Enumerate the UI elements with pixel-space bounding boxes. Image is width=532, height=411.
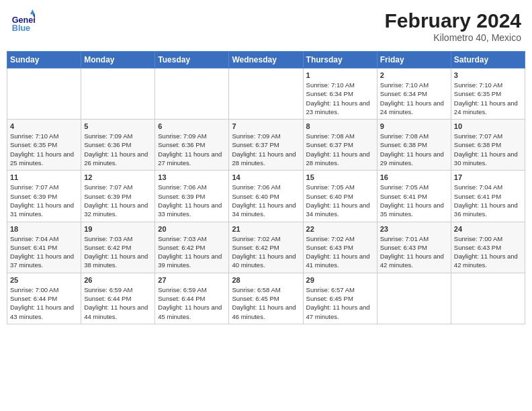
day-number: 20 (158, 225, 226, 233)
calendar-week-row: 1Sunrise: 7:10 AM Sunset: 6:34 PM Daylig… (7, 68, 525, 120)
day-number: 14 (232, 173, 300, 181)
day-number: 7 (232, 122, 300, 130)
day-info: Sunrise: 7:10 AM Sunset: 6:35 PM Dayligh… (10, 132, 78, 167)
day-info: Sunrise: 7:09 AM Sunset: 6:36 PM Dayligh… (158, 132, 226, 167)
day-number: 26 (84, 276, 152, 284)
day-info: Sunrise: 7:05 AM Sunset: 6:40 PM Dayligh… (306, 183, 374, 218)
day-number: 11 (10, 173, 78, 181)
calendar-day-cell: 12Sunrise: 7:07 AM Sunset: 6:39 PM Dayli… (81, 171, 155, 222)
day-number: 5 (84, 122, 152, 130)
day-number: 19 (84, 225, 152, 233)
calendar-day-cell: 1Sunrise: 7:10 AM Sunset: 6:34 PM Daylig… (303, 68, 377, 120)
day-number: 22 (306, 225, 374, 233)
day-info: Sunrise: 7:06 AM Sunset: 6:40 PM Dayligh… (232, 183, 300, 218)
day-number: 4 (10, 122, 78, 130)
calendar-day-cell (229, 68, 303, 120)
day-number: 23 (380, 225, 448, 233)
calendar-day-header: Wednesday (229, 52, 303, 68)
day-number: 18 (10, 225, 78, 233)
calendar-day-cell: 28Sunrise: 6:58 AM Sunset: 6:45 PM Dayli… (229, 273, 303, 324)
calendar-day-cell: 9Sunrise: 7:08 AM Sunset: 6:38 PM Daylig… (377, 120, 451, 171)
day-info: Sunrise: 7:09 AM Sunset: 6:36 PM Dayligh… (84, 132, 152, 167)
calendar-day-cell: 15Sunrise: 7:05 AM Sunset: 6:40 PM Dayli… (303, 171, 377, 222)
day-info: Sunrise: 7:09 AM Sunset: 6:37 PM Dayligh… (232, 132, 300, 167)
calendar-day-cell: 5Sunrise: 7:09 AM Sunset: 6:36 PM Daylig… (81, 120, 155, 171)
day-info: Sunrise: 6:57 AM Sunset: 6:45 PM Dayligh… (306, 285, 374, 321)
day-info: Sunrise: 7:07 AM Sunset: 6:39 PM Dayligh… (84, 183, 152, 218)
calendar-week-row: 25Sunrise: 7:00 AM Sunset: 6:44 PM Dayli… (7, 273, 525, 324)
calendar-day-header: Tuesday (155, 52, 229, 68)
calendar-day-cell: 4Sunrise: 7:10 AM Sunset: 6:35 PM Daylig… (7, 120, 81, 171)
calendar-day-cell: 19Sunrise: 7:03 AM Sunset: 6:42 PM Dayli… (81, 222, 155, 273)
day-info: Sunrise: 7:04 AM Sunset: 6:41 PM Dayligh… (10, 234, 78, 270)
calendar-table: SundayMondayTuesdayWednesdayThursdayFrid… (7, 51, 525, 324)
day-number: 6 (158, 122, 226, 130)
day-number: 25 (10, 276, 78, 284)
calendar-day-cell: 18Sunrise: 7:04 AM Sunset: 6:41 PM Dayli… (7, 222, 81, 273)
day-number: 28 (232, 276, 300, 284)
day-number: 13 (158, 173, 226, 181)
day-number: 2 (380, 71, 448, 79)
page-header: General Blue February 2024 Kilometro 40,… (7, 7, 525, 46)
day-info: Sunrise: 7:02 AM Sunset: 6:43 PM Dayligh… (306, 234, 374, 270)
day-info: Sunrise: 7:01 AM Sunset: 6:43 PM Dayligh… (380, 234, 448, 270)
calendar-day-cell (7, 68, 81, 120)
day-number: 9 (380, 122, 448, 130)
day-info: Sunrise: 7:08 AM Sunset: 6:37 PM Dayligh… (306, 132, 374, 167)
day-info: Sunrise: 7:04 AM Sunset: 6:41 PM Dayligh… (454, 183, 522, 218)
day-number: 15 (306, 173, 374, 181)
day-number: 17 (454, 173, 522, 181)
svg-text:Blue: Blue (12, 24, 30, 33)
day-info: Sunrise: 7:00 AM Sunset: 6:44 PM Dayligh… (10, 285, 78, 321)
calendar-day-header: Sunday (7, 52, 81, 68)
calendar-day-cell: 22Sunrise: 7:02 AM Sunset: 6:43 PM Dayli… (303, 222, 377, 273)
calendar-day-cell: 14Sunrise: 7:06 AM Sunset: 6:40 PM Dayli… (229, 171, 303, 222)
month-year: February 2024 (385, 9, 521, 32)
calendar-day-cell: 11Sunrise: 7:07 AM Sunset: 6:39 PM Dayli… (7, 171, 81, 222)
calendar-day-cell: 3Sunrise: 7:10 AM Sunset: 6:35 PM Daylig… (451, 68, 525, 120)
calendar-day-header: Friday (377, 52, 451, 68)
day-info: Sunrise: 7:07 AM Sunset: 6:38 PM Dayligh… (454, 132, 522, 167)
calendar-day-cell: 8Sunrise: 7:08 AM Sunset: 6:37 PM Daylig… (303, 120, 377, 171)
day-info: Sunrise: 7:08 AM Sunset: 6:38 PM Dayligh… (380, 132, 448, 167)
day-info: Sunrise: 6:59 AM Sunset: 6:44 PM Dayligh… (158, 285, 226, 321)
day-info: Sunrise: 7:06 AM Sunset: 6:39 PM Dayligh… (158, 183, 226, 218)
day-number: 24 (454, 225, 522, 233)
calendar-day-cell (377, 273, 451, 324)
location: Kilometro 40, Mexico (385, 32, 521, 43)
day-number: 1 (306, 71, 374, 79)
day-info: Sunrise: 7:07 AM Sunset: 6:39 PM Dayligh… (10, 183, 78, 218)
calendar-header-row: SundayMondayTuesdayWednesdayThursdayFrid… (7, 52, 525, 68)
calendar-day-header: Saturday (451, 52, 525, 68)
day-info: Sunrise: 7:00 AM Sunset: 6:43 PM Dayligh… (454, 234, 522, 270)
day-info: Sunrise: 6:58 AM Sunset: 6:45 PM Dayligh… (232, 285, 300, 321)
day-number: 21 (232, 225, 300, 233)
calendar-day-cell: 17Sunrise: 7:04 AM Sunset: 6:41 PM Dayli… (451, 171, 525, 222)
calendar-day-cell (155, 68, 229, 120)
calendar-day-cell: 25Sunrise: 7:00 AM Sunset: 6:44 PM Dayli… (7, 273, 81, 324)
day-info: Sunrise: 7:02 AM Sunset: 6:42 PM Dayligh… (232, 234, 300, 270)
svg-marker-2 (30, 9, 35, 14)
day-number: 3 (454, 71, 522, 79)
day-info: Sunrise: 7:05 AM Sunset: 6:41 PM Dayligh… (380, 183, 448, 218)
calendar-day-cell: 23Sunrise: 7:01 AM Sunset: 6:43 PM Dayli… (377, 222, 451, 273)
calendar-day-cell: 6Sunrise: 7:09 AM Sunset: 6:36 PM Daylig… (155, 120, 229, 171)
calendar-day-header: Thursday (303, 52, 377, 68)
day-number: 10 (454, 122, 522, 130)
calendar-day-cell: 2Sunrise: 7:10 AM Sunset: 6:34 PM Daylig… (377, 68, 451, 120)
day-info: Sunrise: 7:03 AM Sunset: 6:42 PM Dayligh… (158, 234, 226, 270)
calendar-day-cell: 16Sunrise: 7:05 AM Sunset: 6:41 PM Dayli… (377, 171, 451, 222)
calendar-day-cell: 24Sunrise: 7:00 AM Sunset: 6:43 PM Dayli… (451, 222, 525, 273)
calendar-day-cell: 29Sunrise: 6:57 AM Sunset: 6:45 PM Dayli… (303, 273, 377, 324)
day-info: Sunrise: 7:03 AM Sunset: 6:42 PM Dayligh… (84, 234, 152, 270)
calendar-day-cell: 27Sunrise: 6:59 AM Sunset: 6:44 PM Dayli… (155, 273, 229, 324)
calendar-day-cell: 7Sunrise: 7:09 AM Sunset: 6:37 PM Daylig… (229, 120, 303, 171)
calendar-day-header: Monday (81, 52, 155, 68)
logo: General Blue (11, 9, 36, 34)
day-number: 16 (380, 173, 448, 181)
day-number: 8 (306, 122, 374, 130)
day-number: 29 (306, 276, 374, 284)
calendar-week-row: 4Sunrise: 7:10 AM Sunset: 6:35 PM Daylig… (7, 120, 525, 171)
day-info: Sunrise: 7:10 AM Sunset: 6:34 PM Dayligh… (306, 81, 374, 116)
day-info: Sunrise: 6:59 AM Sunset: 6:44 PM Dayligh… (84, 285, 152, 321)
